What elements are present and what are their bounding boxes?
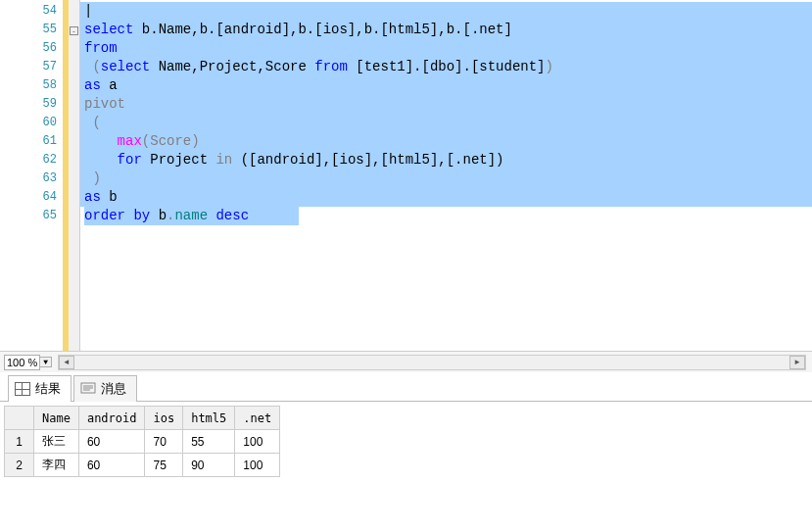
- col-header[interactable]: .net: [235, 407, 280, 430]
- code-line: as b: [80, 188, 812, 207]
- line-number: 63: [0, 169, 57, 188]
- grid-icon: [15, 382, 30, 396]
- line-number: 61: [0, 132, 57, 151]
- line-number: 54: [0, 2, 57, 21]
- results-table[interactable]: Name android ios html5 .net 1 张三 60 70 5…: [4, 406, 280, 477]
- cell[interactable]: 70: [145, 430, 183, 454]
- cell[interactable]: 60: [78, 454, 145, 477]
- code-line: for Project in ([android],[ios],[html5],…: [80, 151, 812, 169]
- col-header[interactable]: [5, 407, 34, 430]
- tab-label: 结果: [35, 380, 61, 398]
- code-line: |: [80, 2, 812, 21]
- tab-label: 消息: [101, 380, 126, 398]
- cell[interactable]: 60: [78, 430, 145, 454]
- table-row[interactable]: 2 李四 60 75 90 100: [5, 454, 280, 477]
- chevron-down-icon[interactable]: ▼: [40, 357, 52, 367]
- horizontal-scrollbar[interactable]: ◄ ►: [58, 355, 806, 370]
- col-header[interactable]: html5: [183, 407, 235, 430]
- code-line: (: [80, 114, 812, 132]
- messages-icon: [80, 382, 96, 396]
- col-header[interactable]: ios: [145, 407, 183, 430]
- table-header-row: Name android ios html5 .net: [5, 407, 280, 430]
- line-number: 64: [0, 188, 57, 207]
- line-number: 56: [0, 39, 57, 58]
- code-line: select b.Name,b.[android],b.[ios],b.[htm…: [80, 21, 812, 39]
- results-panel: Name android ios html5 .net 1 张三 60 70 5…: [0, 402, 812, 531]
- cell[interactable]: 90: [183, 454, 235, 477]
- code-line: (select Name,Project,Score from [test1].…: [80, 58, 812, 76]
- line-number: 62: [0, 151, 57, 169]
- table-row[interactable]: 1 张三 60 70 55 100: [5, 430, 280, 454]
- row-number: 2: [5, 454, 34, 477]
- cell[interactable]: 55: [183, 430, 235, 454]
- line-number: 59: [0, 95, 57, 114]
- code-line: pivot: [80, 95, 812, 114]
- line-number: 65: [0, 207, 57, 225]
- code-container: 54 55 56 57 58 59 60 61 62 63 64 65 - | …: [0, 0, 812, 351]
- row-number: 1: [5, 430, 34, 454]
- cell[interactable]: 100: [235, 454, 280, 477]
- line-number-gutter: 54 55 56 57 58 59 60 61 62 63 64 65: [0, 0, 63, 351]
- cell[interactable]: 李四: [34, 454, 79, 477]
- col-header[interactable]: android: [78, 407, 145, 430]
- code-line: from: [80, 39, 812, 58]
- line-number: 60: [0, 114, 57, 132]
- scroll-right-icon[interactable]: ►: [789, 356, 805, 369]
- tab-messages[interactable]: 消息: [73, 375, 137, 402]
- col-header[interactable]: Name: [34, 407, 79, 430]
- cell[interactable]: 75: [145, 454, 183, 477]
- sql-editor: 54 55 56 57 58 59 60 61 62 63 64 65 - | …: [0, 0, 812, 372]
- cell[interactable]: 张三: [34, 430, 79, 454]
- code-line: ): [80, 169, 812, 188]
- line-number: 55: [0, 21, 57, 39]
- code-line: max(Score): [80, 132, 812, 151]
- zoom-level-select[interactable]: 100 %: [4, 355, 40, 370]
- line-number: 57: [0, 58, 57, 76]
- cell[interactable]: 100: [235, 430, 280, 454]
- fold-gutter: -: [69, 0, 80, 351]
- code-text-area[interactable]: | select b.Name,b.[android],b.[ios],b.[h…: [80, 0, 812, 351]
- code-line: as a: [80, 76, 812, 95]
- results-tabs: 结果 消息: [0, 372, 812, 402]
- zoom-bar: 100 %▼ ◄ ►: [0, 351, 812, 372]
- tab-results[interactable]: 结果: [8, 375, 72, 402]
- fold-toggle-icon[interactable]: -: [70, 26, 78, 35]
- code-line: order by b.name desc: [80, 207, 812, 225]
- scroll-left-icon[interactable]: ◄: [59, 356, 74, 369]
- line-number: 58: [0, 76, 57, 95]
